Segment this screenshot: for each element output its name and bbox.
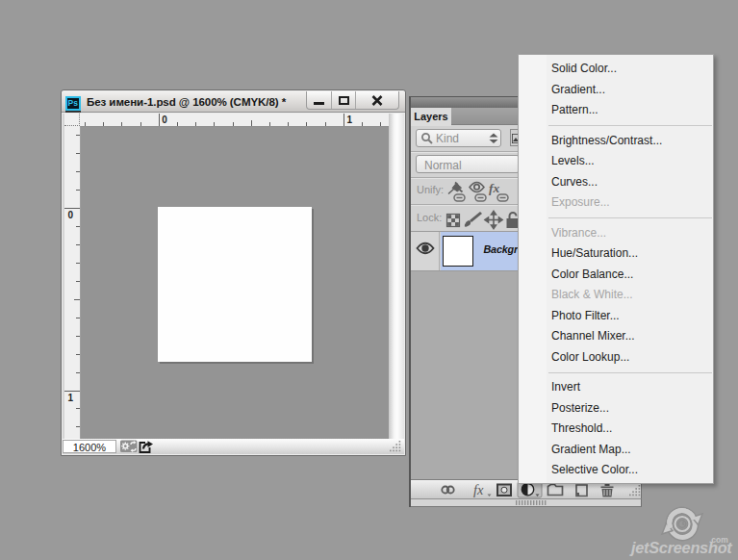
svg-text:.com: .com xyxy=(709,535,728,545)
svg-text:0: 0 xyxy=(162,115,167,125)
svg-text:fx: fx xyxy=(473,482,484,497)
svg-text:0: 0 xyxy=(67,210,73,220)
svg-text:fx: fx xyxy=(489,181,499,195)
svg-text:1: 1 xyxy=(67,393,73,403)
svg-text:1: 1 xyxy=(346,115,352,125)
